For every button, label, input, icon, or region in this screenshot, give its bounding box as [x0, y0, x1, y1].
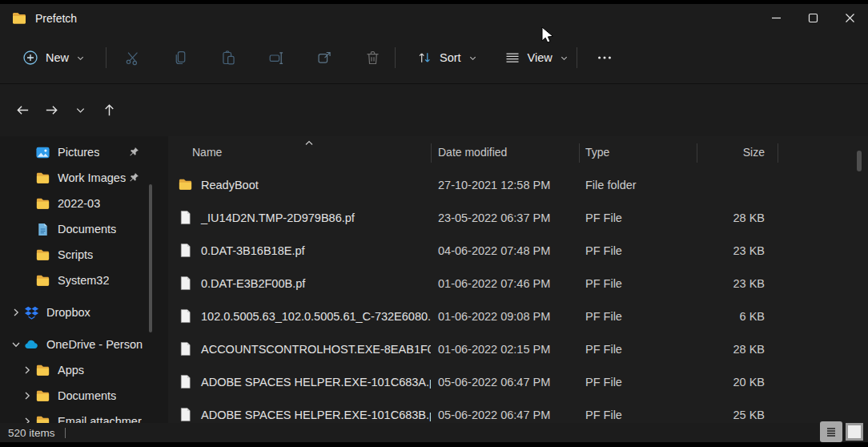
column-headers: Name Date modified Type Size [168, 136, 868, 168]
file-row[interactable]: 102.0.5005.63_102.0.5005.61_C-732E6080..… [168, 300, 868, 332]
file-explorer-window: Prefetch New Sort V [0, 0, 868, 447]
file-date-modified: 27-10-2021 12:58 PM [431, 179, 579, 191]
column-header-type[interactable]: Type [579, 146, 697, 159]
file-name: ReadyBoot [201, 179, 259, 191]
item-count: 520 items [8, 427, 55, 439]
documents-icon [35, 222, 50, 237]
chevron-down-icon [76, 54, 85, 62]
sidebar-item-label: Dropbox [46, 306, 90, 319]
status-divider [65, 428, 66, 438]
file-icon [178, 374, 193, 389]
column-header-name[interactable]: Name [168, 146, 431, 159]
sidebar-item[interactable]: Apps [0, 357, 160, 383]
share-button[interactable] [308, 42, 340, 74]
file-size: 28 KB [697, 343, 765, 356]
sidebar-item[interactable]: Work Images [0, 165, 160, 191]
file-row[interactable]: _IU14D2N.TMP-2D979B86.pf 23-05-2022 06:3… [168, 201, 868, 234]
close-button[interactable] [831, 4, 868, 32]
file-list-scrollbar[interactable] [857, 151, 862, 171]
sidebar-item[interactable]: Pictures [0, 139, 160, 165]
more-options-button[interactable] [589, 42, 621, 74]
file-date-modified: 04-06-2022 07:48 PM [431, 244, 579, 257]
file-row[interactable]: ReadyBoot 27-10-2021 12:58 PM File folde… [168, 168, 868, 201]
sidebar-item-label: Pictures [58, 146, 99, 159]
column-header-date-modified[interactable]: Date modified [431, 146, 579, 159]
window-controls [757, 4, 868, 32]
file-name: _IU14D2N.TMP-2D979B86.pf [201, 211, 355, 224]
file-size: 23 KB [697, 277, 765, 290]
column-divider[interactable] [579, 143, 580, 163]
sidebar-item[interactable]: Documents [0, 383, 160, 409]
chevron-down-icon[interactable] [8, 336, 24, 352]
details-view-icon[interactable] [820, 421, 842, 442]
column-divider[interactable] [778, 143, 778, 163]
file-name: 0.DAT-E3B2F00B.pf [201, 277, 305, 290]
file-size: 28 KB [697, 211, 765, 224]
file-list: ReadyBoot 27-10-2021 12:58 PM File folde… [168, 168, 868, 431]
file-icon [178, 308, 193, 324]
onedrive-icon [24, 337, 39, 352]
folder-icon [35, 273, 50, 288]
sort-button[interactable]: Sort [408, 44, 485, 71]
file-row[interactable]: 0.DAT-E3B2F00B.pf 01-06-2022 07:46 PM PF… [168, 267, 868, 300]
paste-button[interactable] [212, 42, 244, 74]
file-row[interactable]: 0.DAT-3B16B18E.pf 04-06-2022 07:48 PM PF… [168, 234, 868, 267]
sidebar-item[interactable]: OneDrive - Person [0, 332, 160, 357]
file-size: 20 KB [697, 376, 765, 389]
file-list-pane: Name Date modified Type Size [168, 136, 868, 423]
file-row[interactable]: ADOBE SPACES HELPER.EXE-101C683A.pf 05-0… [168, 365, 868, 398]
view-button[interactable]: View [496, 44, 577, 71]
sidebar-item[interactable]: Documents [0, 216, 160, 242]
sidebar-item[interactable]: Email attachmer [0, 409, 160, 423]
forward-button[interactable] [37, 95, 66, 124]
chevron-right-icon[interactable] [19, 388, 35, 404]
sidebar-item-label: OneDrive - Person [46, 338, 143, 351]
file-date-modified: 23-05-2022 06:37 PM [431, 211, 579, 224]
toolbar-divider [106, 47, 106, 68]
new-icon [22, 50, 38, 66]
file-type: PF File [579, 310, 697, 323]
folder-icon [35, 363, 50, 378]
file-name: ADOBE SPACES HELPER.EXE-101C683B.pf [201, 409, 431, 421]
sidebar-item[interactable]: Scripts [0, 242, 160, 268]
column-divider[interactable] [697, 143, 697, 163]
sidebar-item[interactable]: Dropbox [0, 300, 160, 325]
sidebar-item-label: Email attachmer [58, 415, 142, 423]
sidebar-scrollbar[interactable] [149, 184, 152, 332]
column-header-size[interactable]: Size [697, 146, 765, 159]
rename-button[interactable] [260, 42, 292, 74]
copy-button[interactable] [164, 42, 196, 74]
cut-button[interactable] [116, 42, 148, 74]
new-button[interactable]: New [14, 44, 93, 71]
back-button[interactable] [8, 95, 37, 124]
chevron-right-icon[interactable] [19, 413, 35, 423]
sort-ascending-icon [304, 136, 314, 149]
file-date-modified: 05-06-2022 06:47 PM [431, 409, 579, 421]
window-title: Prefetch [35, 12, 77, 25]
dropbox-icon [24, 305, 39, 320]
chevron-right-icon[interactable] [8, 304, 24, 320]
file-date-modified: 01-06-2022 09:08 PM [431, 310, 579, 323]
column-divider[interactable] [431, 143, 432, 163]
minimize-button[interactable] [757, 4, 794, 32]
view-icon [504, 50, 520, 66]
folder-icon [178, 177, 193, 192]
folder-icon [35, 196, 50, 211]
file-type: PF File [579, 343, 697, 356]
delete-button[interactable] [356, 42, 388, 74]
up-button[interactable] [94, 95, 123, 124]
file-type: PF File [579, 211, 697, 224]
recent-locations-button[interactable] [66, 95, 94, 124]
file-row[interactable]: ACCOUNTSCONTROLHOST.EXE-8EAB1F0... 01-06… [168, 332, 868, 365]
command-bar: New Sort View [0, 32, 868, 84]
more-icon [596, 49, 613, 66]
folder-icon [35, 248, 50, 263]
pictures-icon [35, 145, 50, 160]
large-icons-view-icon[interactable] [846, 423, 863, 441]
sidebar-item[interactable]: System32 [0, 268, 160, 293]
chevron-right-icon[interactable] [19, 362, 35, 378]
maximize-button[interactable] [794, 4, 831, 32]
file-type: PF File [579, 409, 697, 421]
navigation-bar: « Windows Prefetch [0, 83, 868, 136]
sidebar-item[interactable]: 2022-03 [0, 191, 160, 216]
